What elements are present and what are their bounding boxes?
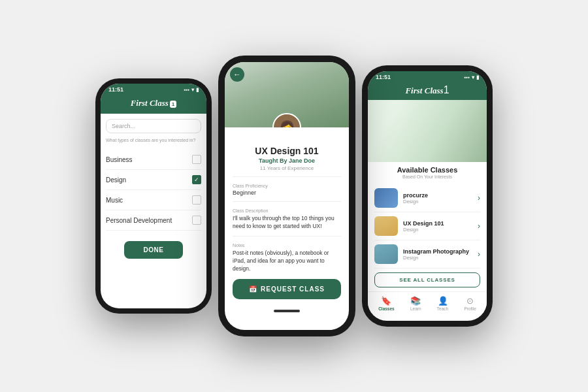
class-thumbnail <box>374 216 398 236</box>
calendar-icon: 📅 <box>249 286 257 293</box>
classes-list: procurze Design › UX Design 101 Design ›… <box>374 184 480 269</box>
class-info: procurze Design <box>403 192 472 204</box>
nav-item-learn[interactable]: 📚 Learn <box>410 296 421 311</box>
chevron-right-icon: › <box>478 193 480 203</box>
right-battery-icon: ▮ <box>476 74 479 80</box>
classes-content: Available Classes Based On Your Interest… <box>368 162 487 291</box>
right-hero-image <box>368 100 487 162</box>
bottom-nav: 🔖 Classes 📚 Learn 👤 Teach ⊙ Profile <box>368 291 487 314</box>
right-time: 11:51 <box>376 74 391 80</box>
nav-icon: ⊙ <box>466 296 474 306</box>
nav-label: Teach <box>437 306 448 311</box>
available-sub: Based On Your Interests <box>374 174 480 179</box>
left-time: 11:51 <box>108 86 123 93</box>
description-label: Class Description <box>233 208 341 213</box>
nav-icon: 📚 <box>410 296 421 306</box>
class-detail-body: UX Design 101 Taught By Jane Doe 11 Year… <box>225 127 349 306</box>
class-list-category: Design <box>403 199 472 204</box>
category-item[interactable]: Music <box>106 190 201 210</box>
right-phone: 11:51 ▪▪▪ ▾ ▮ First Class1 Available Cla… <box>362 65 493 327</box>
class-thumbnail <box>374 188 398 208</box>
class-hero-image: ← 👩 <box>225 62 349 127</box>
nav-label: Classes <box>378 306 395 311</box>
proficiency-value: Beginner <box>233 189 341 196</box>
back-icon: ← <box>233 70 241 79</box>
category-checkbox[interactable]: ✓ <box>192 175 201 184</box>
left-status-bar: 11:51 ▪▪▪ ▾ ▮ <box>101 84 206 94</box>
wifi-icon: ▾ <box>191 87 194 93</box>
class-title: UX Design 101 <box>233 146 341 156</box>
request-class-button[interactable]: 📅 REQUEST CLASS <box>233 279 341 299</box>
search-subtext: What types of classes are you interested… <box>106 137 201 143</box>
nav-item-teach[interactable]: 👤 Teach <box>437 296 448 311</box>
categories-list: Business Design ✓ Music Personal Develop… <box>106 150 201 231</box>
right-app-title: First Class <box>405 86 443 95</box>
request-btn-label: REQUEST CLASS <box>261 286 325 293</box>
class-list-item[interactable]: Instagram Photography Design › <box>374 240 480 269</box>
category-checkbox[interactable] <box>192 155 201 164</box>
right-wifi-icon: ▾ <box>472 74 474 80</box>
search-box[interactable]: Search... <box>106 119 201 133</box>
done-button[interactable]: DONE <box>124 241 184 259</box>
class-instructor: Taught By Jane Doe <box>233 157 341 164</box>
left-phone: 11:51 ▪▪▪ ▾ ▮ First Class1 Search... Wha… <box>95 78 212 314</box>
proficiency-label: Class Proficiency <box>233 184 341 188</box>
class-experience: 11 Years of Experience <box>233 165 341 171</box>
chevron-right-icon: › <box>478 250 480 259</box>
center-phone: ← 👩 UX Design 101 Taught By Jane Doe 11 … <box>218 56 355 336</box>
notes-label: Notes <box>233 243 341 248</box>
category-label: Personal Development <box>106 217 172 224</box>
right-signal-icon: ▪▪▪ <box>464 74 470 80</box>
left-app-icon: 1 <box>170 101 176 108</box>
left-app-header: First Class1 <box>101 94 206 114</box>
category-item[interactable]: Business <box>106 150 201 170</box>
category-label: Music <box>106 197 123 204</box>
back-button[interactable]: ← <box>230 67 244 82</box>
nav-item-classes[interactable]: 🔖 Classes <box>378 296 395 311</box>
right-status-bar: 11:51 ▪▪▪ ▾ ▮ <box>368 71 487 82</box>
class-list-item[interactable]: UX Design 101 Design › <box>374 212 480 240</box>
nav-icon: 🔖 <box>381 296 391 306</box>
class-list-name: Instagram Photography <box>403 248 472 255</box>
description-text: I'll walk you through the top 10 things … <box>233 215 341 231</box>
class-list-item[interactable]: procurze Design › <box>374 184 480 212</box>
see-all-button[interactable]: SEE ALL CLASSES <box>374 272 480 287</box>
class-thumbnail <box>374 244 398 264</box>
category-item[interactable]: Personal Development <box>106 210 201 231</box>
category-screen: Search... What types of classes are you … <box>101 114 206 264</box>
category-label: Business <box>106 156 133 163</box>
chevron-right-icon: › <box>478 221 480 231</box>
category-item[interactable]: Design ✓ <box>106 170 201 190</box>
category-checkbox[interactable] <box>192 216 201 225</box>
class-list-name: procurze <box>403 192 472 199</box>
signal-icon: ▪▪▪ <box>184 87 189 93</box>
nav-item-profile[interactable]: ⊙ Profile <box>464 296 476 311</box>
class-list-category: Design <box>403 227 472 233</box>
category-label: Design <box>106 176 126 184</box>
battery-icon: ▮ <box>196 87 199 93</box>
nav-label: Profile <box>464 306 476 311</box>
class-list-category: Design <box>403 255 472 261</box>
nav-label: Learn <box>410 306 421 311</box>
class-info: Instagram Photography Design <box>403 248 472 261</box>
class-info: UX Design 101 Design <box>403 220 472 233</box>
available-title: Available Classes <box>374 166 480 174</box>
notes-text: Post-it notes (obviously), a notebook or… <box>233 250 341 273</box>
home-indicator <box>274 310 300 312</box>
nav-icon: 👤 <box>438 296 448 306</box>
category-checkbox[interactable] <box>192 195 201 204</box>
right-app-header: First Class1 <box>368 82 487 100</box>
left-app-title: First Class <box>131 98 169 108</box>
class-list-name: UX Design 101 <box>403 220 472 227</box>
instructor-emoji: 👩 <box>279 120 295 127</box>
right-app-icon: 1 <box>444 84 449 95</box>
